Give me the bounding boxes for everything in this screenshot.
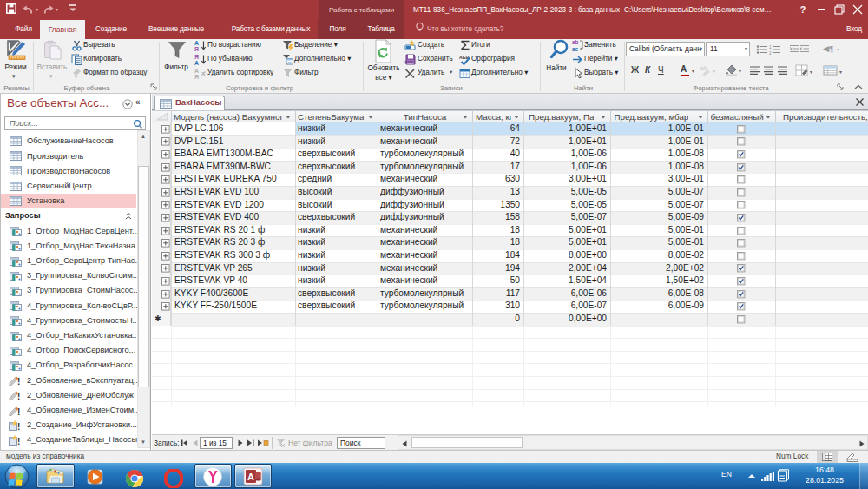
svg-text:Я: Я (194, 74, 199, 79)
svg-text:▾: ▾ (839, 69, 842, 75)
svg-text:ab: ab (700, 65, 707, 71)
svg-text:!: ! (17, 377, 20, 386)
svg-text:Я: Я (194, 46, 199, 51)
svg-text:ab: ab (572, 39, 579, 45)
svg-text:А: А (194, 60, 199, 65)
svg-text:▾: ▾ (739, 69, 741, 74)
svg-text:!: ! (17, 407, 20, 416)
svg-text:1: 1 (769, 45, 772, 50)
svg-text:▾: ▾ (713, 69, 715, 74)
svg-text:!: ! (17, 422, 20, 431)
svg-text:▾: ▾ (810, 69, 812, 75)
svg-text:A: A (247, 472, 254, 482)
svg-text:!: ! (17, 392, 20, 400)
svg-text:ac: ac (572, 46, 579, 52)
svg-text:!: ! (17, 437, 20, 446)
svg-text:2: 2 (769, 51, 772, 56)
